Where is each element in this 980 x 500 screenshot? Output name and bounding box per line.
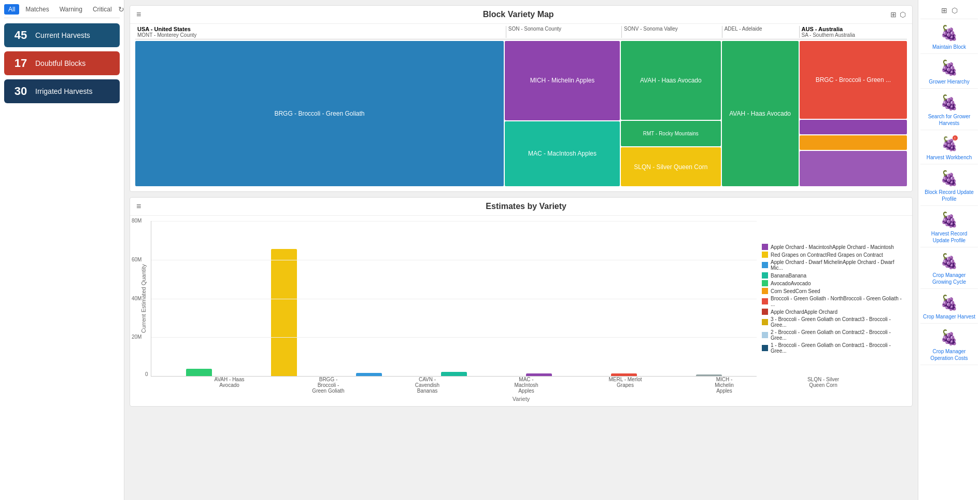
legend-label-6: Broccoli - Green Goliath - NorthBroccoli… bbox=[771, 296, 907, 307]
legend-item-4: AvocadoAvocado bbox=[762, 280, 907, 286]
refresh-button[interactable]: ↻ bbox=[118, 5, 124, 13]
x-axis-title: Variety bbox=[130, 396, 912, 402]
legend-item-2: Apple Orchard - Dwarf MichelinApple Orch… bbox=[762, 259, 907, 271]
bar-slqn[interactable] bbox=[696, 374, 722, 376]
x-label-mich: MICH - MichelinApples bbox=[706, 377, 743, 394]
search-grower-harvests-label: Search for Grower Harvests bbox=[922, 113, 976, 127]
block-variety-map-header: ≡ Block Variety Map ⊞ ⬡ bbox=[130, 6, 912, 24]
maintain-block-icon: 🍇 bbox=[940, 24, 958, 41]
tm-brgg-label: BRGG - Broccoli - Green Goliath bbox=[274, 110, 364, 117]
legend-item-7: Apple OrchardApple Orchard bbox=[762, 309, 907, 315]
nav-harvest-record-update-profile[interactable]: 🍇 Harvest Record Update Profile bbox=[920, 208, 978, 247]
expand-icon[interactable]: ⊞ bbox=[890, 10, 897, 19]
tick-40m: 40M bbox=[132, 296, 141, 301]
block-record-label: Block Record Update Profile bbox=[922, 189, 976, 202]
bar-group-mich bbox=[611, 373, 637, 376]
legend-label-4: AvocadoAvocado bbox=[771, 281, 811, 286]
x-label-merl: MERL - MerlotGrapes bbox=[607, 377, 644, 394]
mont-label: MONT - Monterey County bbox=[137, 32, 504, 38]
bar-avah[interactable] bbox=[186, 369, 212, 376]
grower-hierarchy-label: Grower Hierarchy bbox=[929, 78, 969, 85]
legend-color-10 bbox=[762, 345, 768, 351]
treemap-container: USA - United States MONT - Monterey Coun… bbox=[130, 24, 912, 191]
tick-60m: 60M bbox=[132, 257, 141, 262]
estimates-hamburger-icon[interactable]: ≡ bbox=[136, 202, 141, 211]
tm-slqn[interactable]: SLQN - Silver Queen Corn bbox=[621, 147, 721, 186]
nav-grower-hierarchy[interactable]: 🍇 Grower Hierarchy bbox=[920, 56, 978, 89]
legend-color-3 bbox=[762, 272, 768, 279]
tm-mac[interactable]: MAC - MacIntosh Apples bbox=[505, 121, 620, 186]
tm-avah2[interactable]: AVAH - Haas Avocado bbox=[722, 41, 799, 186]
tm-aus-purple[interactable] bbox=[800, 120, 907, 134]
grid-60m: 60M bbox=[151, 260, 757, 260]
tm-rmt[interactable]: RMT - Rocky Mountains bbox=[621, 121, 721, 147]
legend-label-2: Apple Orchard - Dwarf MichelinApple Orch… bbox=[771, 259, 907, 271]
tm-aus-violet[interactable] bbox=[800, 151, 907, 187]
tm-mich-label: MICH - Michelin Apples bbox=[530, 77, 595, 84]
tm-son-col: MICH - Michelin Apples MAC - MacIntosh A… bbox=[505, 41, 620, 186]
tm-avah1[interactable]: AVAH - Haas Avocado bbox=[621, 41, 721, 120]
tick-80m: 80M bbox=[132, 218, 141, 224]
legend-color-7 bbox=[762, 309, 768, 315]
legend-label-1: Red Grapes on ContractRed Grapes on Cont… bbox=[771, 252, 883, 258]
region-son: SON - Sonoma County bbox=[506, 26, 621, 38]
estimates-header: ≡ Estimates by Variety bbox=[130, 198, 912, 216]
nav-crop-manager-operation-costs[interactable]: 🍇 Crop Manager Operation Costs bbox=[920, 326, 978, 365]
x-label-mac: MAC - MacIntoshApples bbox=[508, 377, 545, 394]
bar-group-brgg bbox=[271, 249, 297, 376]
stat-current-harvests[interactable]: 45 Current Harvests bbox=[4, 23, 120, 47]
irrigated-harvests-badge: 30 bbox=[11, 85, 30, 98]
x-label-brgg: BRGG - Broccoli -Green Goliath bbox=[310, 377, 347, 394]
legend-item-1: Red Grapes on ContractRed Grapes on Cont… bbox=[762, 252, 907, 258]
bar-cavn[interactable] bbox=[356, 373, 382, 376]
x-label-cavn: CAVN - CavendishBananas bbox=[409, 377, 446, 394]
nav-block-record-update-profile[interactable]: 🍇 Block Record Update Profile bbox=[920, 166, 978, 206]
legend-label-10: 1 - Broccoli - Green Goliath on Contract… bbox=[771, 342, 907, 354]
bar-mac[interactable] bbox=[441, 372, 467, 376]
nav-search-grower-harvests[interactable]: 🍇 Search for Grower Harvests bbox=[920, 91, 978, 130]
chart-legend: Apple Orchard - MacintoshApple Orchard -… bbox=[762, 221, 907, 377]
usa-label: USA - United States bbox=[137, 26, 504, 32]
tick-20m: 20M bbox=[132, 334, 141, 340]
aus-label: AUS - Australia bbox=[802, 26, 905, 32]
tab-warning[interactable]: Warning bbox=[55, 4, 87, 15]
top-expand-icon[interactable]: ⊞ bbox=[941, 6, 947, 15]
bar-group-merl bbox=[526, 373, 552, 376]
legend-item-0: Apple Orchard - MacintoshApple Orchard -… bbox=[762, 244, 907, 250]
legend-item-9: 2 - Broccoli - Green Goliath on Contract… bbox=[762, 329, 907, 341]
tab-matches[interactable]: Matches bbox=[21, 4, 53, 15]
legend-item-6: Broccoli - Green Goliath - NorthBroccoli… bbox=[762, 296, 907, 307]
doubtful-blocks-label: Doubtful Blocks bbox=[35, 59, 86, 67]
legend-label-8: 3 - Broccoli - Green Goliath on Contract… bbox=[771, 316, 907, 328]
bar-mich[interactable] bbox=[611, 373, 637, 376]
nav-crop-manager-growing-cycle[interactable]: 🍇 Crop Manager Growing Cycle bbox=[920, 249, 978, 289]
irrigated-harvests-label: Irrigated Harvests bbox=[35, 87, 92, 95]
legend-color-8 bbox=[762, 319, 768, 325]
tab-all[interactable]: All bbox=[4, 4, 19, 15]
nav-harvest-workbench[interactable]: 🍇 ! Harvest Workbench bbox=[920, 132, 978, 164]
crop-manager-operation-costs-icon: 🍇 bbox=[940, 329, 958, 346]
export-icon[interactable]: ⬡ bbox=[900, 10, 906, 19]
tm-brgg[interactable]: BRGG - Broccoli - Green Goliath bbox=[135, 41, 504, 186]
region-usa: USA - United States MONT - Monterey Coun… bbox=[135, 26, 506, 38]
tab-critical[interactable]: Critical bbox=[89, 4, 116, 15]
tm-aus-orange[interactable] bbox=[800, 135, 907, 150]
region-sonv: SONV - Sonoma Valley bbox=[621, 26, 722, 38]
nav-maintain-block[interactable]: 🍇 Maintain Block bbox=[920, 21, 978, 54]
bar-brgg[interactable] bbox=[271, 249, 297, 376]
legend-label-9: 2 - Broccoli - Green Goliath on Contract… bbox=[771, 329, 907, 341]
crop-manager-growing-cycle-label: Crop Manager Growing Cycle bbox=[922, 272, 976, 285]
legend-item-8: 3 - Broccoli - Green Goliath on Contract… bbox=[762, 316, 907, 328]
crop-manager-operation-costs-label: Crop Manager Operation Costs bbox=[922, 348, 976, 362]
search-grower-harvests-icon: 🍇 bbox=[940, 94, 958, 111]
tm-mich[interactable]: MICH - Michelin Apples bbox=[505, 41, 620, 120]
bar-merl[interactable] bbox=[526, 373, 552, 376]
block-record-icon: 🍇 bbox=[940, 170, 958, 187]
tm-brgc[interactable]: BRGC - Broccoli - Green ... bbox=[800, 41, 907, 119]
top-export-icon[interactable]: ⬡ bbox=[951, 6, 958, 15]
nav-crop-manager-harvest[interactable]: 🍇 Crop Manager Harvest bbox=[920, 291, 978, 324]
stat-doubtful-blocks[interactable]: 17 Doubtful Blocks bbox=[4, 51, 120, 75]
hamburger-icon[interactable]: ≡ bbox=[136, 10, 141, 19]
stat-irrigated-harvests[interactable]: 30 Irrigated Harvests bbox=[4, 79, 120, 103]
tm-slqn-label: SLQN - Silver Queen Corn bbox=[634, 163, 707, 171]
